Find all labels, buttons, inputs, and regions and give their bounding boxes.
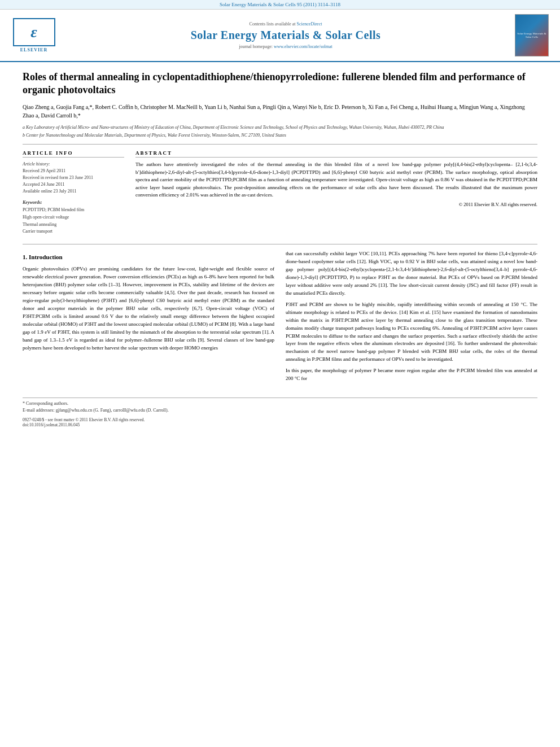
available-date: Available online 23 July 2011 — [23, 189, 77, 194]
article-info-title: ARTICLE INFO — [23, 150, 124, 158]
authors-line: Qiao Zheng a, Guojia Fang a,*, Robert C.… — [23, 103, 537, 120]
article-history: Article history: Received 29 April 2011 … — [23, 161, 124, 195]
intro-col2-p3: In this paper, the morphology of polymer… — [286, 367, 537, 383]
abstract-panel: ABSTRACT The authors have attentively in… — [135, 150, 537, 235]
keywords-section: Keywords: PCPDTTPD; PCBM blended film Hi… — [23, 199, 124, 235]
keyword-4: Carrier transport — [23, 228, 124, 235]
abstract-text: The authors have attentively investigate… — [135, 161, 537, 199]
keywords-label: Keywords: — [23, 200, 42, 205]
email-line: E-mail addresses: gjfang@whu.edu.cn (G. … — [23, 408, 537, 413]
article-info-abstract-section: ARTICLE INFO Article history: Received 2… — [23, 150, 537, 235]
contents-line: Contents lists available at ScienceDirec… — [56, 21, 515, 27]
affiliation-a: a Key Laboratory of Artificial Micro- an… — [23, 124, 537, 130]
issn-bar: 0927-0248/$ - see front matter © 2011 El… — [23, 417, 537, 427]
issn-text: 0927-0248/$ - see front matter © 2011 El… — [23, 417, 145, 422]
corresponding-authors-note: * Corresponding authors. — [23, 401, 537, 406]
article-info-panel: ARTICLE INFO Article history: Received 2… — [23, 150, 124, 235]
divider-2 — [23, 244, 537, 244]
column-left: 1. Introduction Organic photovoltaics (O… — [23, 250, 274, 386]
intro-col2-p1: that can successfully exhibit larger VOC… — [286, 250, 537, 298]
sciencedirect-link[interactable]: ScienceDirect — [297, 21, 322, 27]
journal-cover-thumbnail: Solar Energy Materials & Solar Cells — [515, 14, 549, 56]
introduction-section: 1. Introduction Organic photovoltaics (O… — [23, 250, 537, 386]
intro-col1-p1: Organic photovoltaics (OPVs) are promisi… — [23, 265, 274, 352]
affiliation-b: b Center for Nanotechnology and Molecula… — [23, 132, 537, 138]
keyword-3: Thermal annealing — [23, 221, 124, 229]
received-date: Received 29 April 2011 — [23, 168, 65, 173]
journal-header-bar: Solar Energy Materials & Solar Cells 95 … — [0, 0, 560, 10]
journal-citation: Solar Energy Materials & Solar Cells 95 … — [220, 2, 340, 7]
homepage-link[interactable]: www.elsevier.com/locate/solmat — [274, 44, 333, 49]
intro-col2-p2: P3HT and PCBM are shown to be highly mis… — [286, 301, 537, 364]
copyright-notice: © 2011 Elsevier B.V. All rights reserved… — [135, 202, 537, 207]
section-title: 1. Introduction — [23, 252, 274, 262]
doi-text: doi:10.1016/j.solmat.2011.06.045 — [23, 422, 80, 427]
keyword-2: High open-circuit voltage — [23, 214, 124, 221]
paper-title: Roles of thermal annealing in cyclopenta… — [23, 71, 537, 97]
journal-homepage: journal homepage: www.elsevier.com/locat… — [56, 44, 515, 49]
paper-body: Roles of thermal annealing in cyclopenta… — [0, 62, 560, 436]
top-header: ε ELSEVIER Contents lists available at S… — [0, 10, 560, 62]
elsevier-wordmark: ELSEVIER — [20, 47, 47, 53]
email-addresses: gjfang@whu.edu.cn (G. Fang), carrolll@wf… — [56, 408, 169, 413]
elsevier-logo: ε ELSEVIER — [11, 18, 56, 53]
abstract-title: ABSTRACT — [135, 150, 537, 158]
received-revised-date: Received in revised form 23 June 2011 — [23, 175, 93, 180]
elsevier-logo-graphic: ε — [13, 18, 55, 46]
history-label: Article history: — [23, 161, 50, 167]
column-right: that can successfully exhibit larger VOC… — [286, 250, 537, 386]
authors-text: Qiao Zheng a, Guojia Fang a,*, Robert C.… — [23, 104, 525, 119]
footnote-section: * Corresponding authors. E-mail addresse… — [23, 397, 537, 427]
accepted-date: Accepted 24 June 2011 — [23, 182, 65, 187]
divider-1 — [23, 144, 537, 145]
journal-title-area: Contents lists available at ScienceDirec… — [56, 21, 515, 49]
keyword-1: PCPDTTPD; PCBM blended film — [23, 207, 124, 214]
email-label: E-mail addresses: — [23, 408, 55, 413]
journal-main-title: Solar Energy Materials & Solar Cells — [56, 29, 515, 42]
